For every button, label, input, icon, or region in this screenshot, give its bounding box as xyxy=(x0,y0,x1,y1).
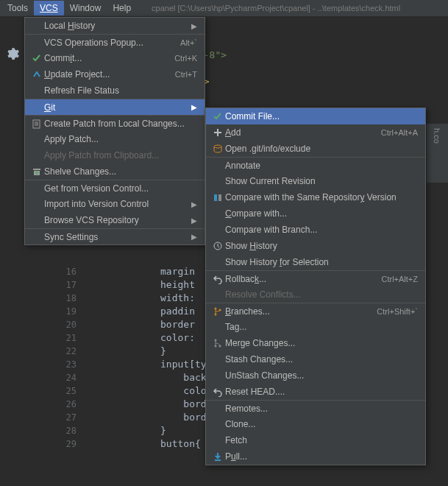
line-number: 29 xyxy=(50,437,77,451)
git-menu-item[interactable]: Fetch xyxy=(206,432,425,448)
git-menu-item[interactable]: Clone... xyxy=(206,416,425,432)
vcs-menu-item[interactable]: Get from Version Control... xyxy=(25,180,205,196)
window-title: cpanel [C:\Users\hp\PycharmProject\cpane… xyxy=(152,4,400,13)
update-icon xyxy=(29,69,44,80)
right-tool-tab[interactable]: h.co xyxy=(426,124,448,183)
line-number: 20 xyxy=(50,318,77,331)
submenu-arrow-icon: ▶ xyxy=(191,22,197,30)
vcs-menu-item[interactable]: Import into Version Control▶ xyxy=(25,196,205,212)
line-number: 19 xyxy=(50,305,77,318)
git-menu-item[interactable]: Compare with the Same Repository Version xyxy=(206,189,425,205)
git-menu-item[interactable]: Reset HEAD.... xyxy=(206,384,425,400)
menu-shortcut: Alt+` xyxy=(180,38,197,47)
menu-item-label: Git xyxy=(44,102,187,113)
shelve-icon xyxy=(29,166,44,177)
patch-icon xyxy=(29,119,44,129)
menu-item-label: Create Patch from Local Changes... xyxy=(44,119,197,129)
submenu-arrow-icon: ▶ xyxy=(191,103,197,111)
left-toolbar xyxy=(0,37,24,60)
menu-shortcut: Ctrl+T xyxy=(175,70,197,79)
menu-item-label: UnStash Changes... xyxy=(225,370,418,381)
git-menu-item[interactable]: Show Current Revision xyxy=(206,173,425,189)
line-number: 25 xyxy=(50,384,77,398)
vcs-menu-item[interactable]: Git▶ xyxy=(25,99,205,115)
line-number: 17 xyxy=(50,278,77,292)
menu-item-label: Resolve Conflicts... xyxy=(225,289,418,300)
git-menu-item[interactable]: Show History for Selection xyxy=(206,254,425,270)
menu-item-label: Compare with... xyxy=(225,208,418,219)
line-number: 23 xyxy=(50,358,77,371)
menu-item-label: Branches... xyxy=(225,306,377,317)
git-menu-item[interactable]: Show History xyxy=(206,238,425,254)
vcs-menu-item[interactable]: Create Patch from Local Changes... xyxy=(25,115,205,131)
menu-item-label: Commit... xyxy=(44,53,174,63)
menu-window[interactable]: Window xyxy=(64,1,107,15)
git-menu-item[interactable]: Commit File... xyxy=(206,108,425,124)
menu-item-label: Show History for Selection xyxy=(225,257,418,267)
menu-item-label: Annotate xyxy=(225,161,418,171)
menu-item-label: Pull... xyxy=(225,451,418,462)
git-menu-item[interactable]: Rollback...Ctrl+Alt+Z xyxy=(206,270,425,286)
line-number: 24 xyxy=(50,371,77,384)
menu-item-label: Merge Changes... xyxy=(225,338,418,348)
line-number: 22 xyxy=(50,345,77,358)
vcs-menu-item[interactable]: Apply Patch... xyxy=(25,131,205,147)
menu-help[interactable]: Help xyxy=(107,1,137,15)
menu-item-label: Compare with the Same Repository Version xyxy=(225,192,418,202)
menu-item-label: Refresh File Status xyxy=(44,85,197,96)
menu-item-label: Stash Changes... xyxy=(225,354,418,364)
vcs-menu-item[interactable]: VCS Operations Popup...Alt+` xyxy=(25,34,205,50)
git-menu-item[interactable]: Compare with Branch... xyxy=(206,222,425,238)
menu-item-label: Fetch xyxy=(225,435,418,446)
vcs-menu-item[interactable]: Sync Settings▶ xyxy=(25,228,205,244)
menu-tools[interactable]: Tools xyxy=(1,1,34,15)
gear-icon[interactable] xyxy=(6,47,19,60)
git-menu-item[interactable]: AddCtrl+Alt+A xyxy=(206,124,425,141)
line-number: 28 xyxy=(50,424,77,437)
line-number-gutter: 1617181920212223242526272829 xyxy=(50,265,77,451)
git-menu-item[interactable]: Tag... xyxy=(206,319,425,335)
menu-item-label: Compare with Branch... xyxy=(225,225,418,235)
diff-icon xyxy=(210,192,225,202)
menu-item-label: Commit File... xyxy=(225,111,418,122)
git-menu-item[interactable]: Merge Changes... xyxy=(206,335,425,351)
branch-icon xyxy=(210,306,225,317)
git-menu-item[interactable]: Annotate xyxy=(206,157,425,173)
line-number: 26 xyxy=(50,398,77,411)
git-menu-item[interactable]: Remotes... xyxy=(206,400,425,416)
vcs-menu-item[interactable]: Commit...Ctrl+K xyxy=(25,50,205,66)
git-menu-item[interactable]: Pull... xyxy=(206,448,425,465)
vcs-menu-item[interactable]: Local History▶ xyxy=(25,18,205,34)
git-menu-item[interactable]: Compare with... xyxy=(206,205,425,222)
vcs-menu-item[interactable]: Shelve Changes... xyxy=(25,163,205,180)
menu-item-label: VCS Operations Popup... xyxy=(44,38,180,48)
menu-item-label: Open .git/info/exclude xyxy=(225,144,418,154)
menu-item-label: Clone... xyxy=(225,419,418,429)
menu-item-label: Tag... xyxy=(225,322,418,332)
menu-item-label: Import into Version Control xyxy=(44,199,187,209)
git-menu-item: Resolve Conflicts... xyxy=(206,286,425,303)
menu-item-label: Add xyxy=(225,127,381,138)
vcs-menu-item[interactable]: Browse VCS Repository▶ xyxy=(25,212,205,228)
git-menu-item[interactable]: UnStash Changes... xyxy=(206,367,425,384)
menu-item-label: Reset HEAD.... xyxy=(225,387,418,397)
menu-item-label: Apply Patch from Clipboard... xyxy=(44,150,197,161)
vcs-menu-item[interactable]: Refresh File Status xyxy=(25,82,205,99)
menu-item-label: Show Current Revision xyxy=(225,176,418,186)
menu-item-label: Shelve Changes... xyxy=(44,166,197,177)
git-submenu: Commit File...AddCtrl+Alt+AOpen .git/inf… xyxy=(205,108,426,465)
git-menu-item[interactable]: Stash Changes... xyxy=(206,351,425,367)
git-menu-item[interactable]: Open .git/info/exclude xyxy=(206,141,425,157)
menu-item-label: Get from Version Control... xyxy=(44,183,197,194)
vcs-menu-item[interactable]: Update Project...Ctrl+T xyxy=(25,66,205,82)
menu-item-label: Update Project... xyxy=(44,69,175,80)
pull-icon xyxy=(210,451,225,462)
menu-item-label: Apply Patch... xyxy=(44,134,197,144)
menu-item-label: Rollback... xyxy=(225,274,381,284)
menu-item-label: Browse VCS Repository xyxy=(44,215,187,225)
menu-item-label: Local History xyxy=(44,21,187,31)
menu-vcs[interactable]: VCS xyxy=(34,1,64,15)
repo-icon xyxy=(210,144,225,154)
git-menu-item[interactable]: Branches...Ctrl+Shift+` xyxy=(206,303,425,319)
vcs-dropdown: Local History▶VCS Operations Popup...Alt… xyxy=(24,17,205,245)
